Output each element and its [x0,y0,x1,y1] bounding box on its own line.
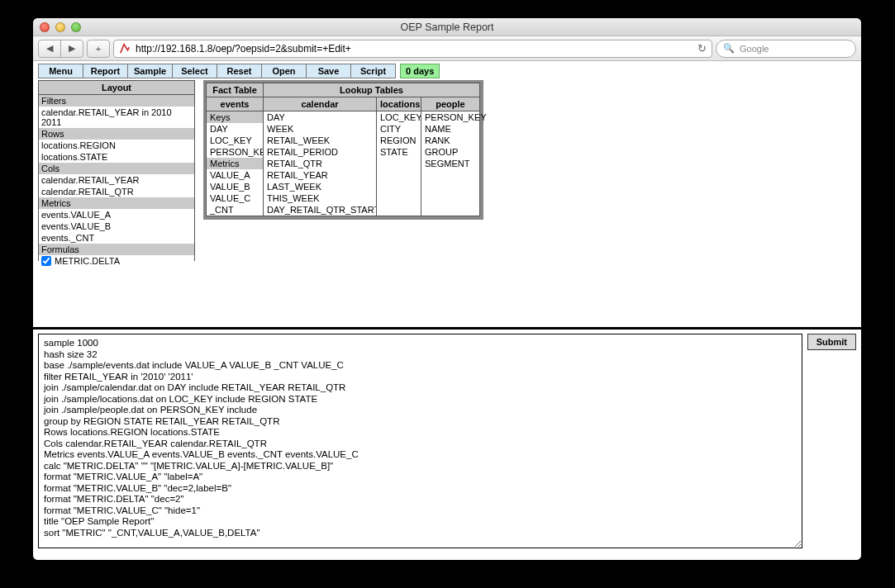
layout-section: Metrics [39,197,194,209]
app-window: OEP Sample Report ◀ ▶ + http://192.168.1… [33,18,861,560]
page-content: MenuReportSampleSelectResetOpenSaveScrip… [33,61,861,560]
layout-panel-header: Layout [39,81,194,95]
table-column: LOC_KEYCITYREGIONSTATE [376,111,421,216]
menu-sample[interactable]: Sample [127,64,173,78]
script-textarea[interactable] [38,334,802,548]
menu-script[interactable]: Script [350,64,396,78]
column-field[interactable]: VALUE_C [207,192,263,204]
column-field[interactable]: RETAIL_WEEK [264,135,376,146]
column-field[interactable]: VALUE_A [207,169,263,181]
layout-item[interactable]: locations.STATE [39,151,194,163]
layout-item[interactable]: locations.REGION [39,140,194,151]
column-field[interactable]: RETAIL_YEAR [264,169,376,181]
window-controls [40,22,81,32]
reload-icon[interactable]: ↻ [697,42,707,55]
column-section: Keys [207,111,263,123]
layout-section: Formulas [39,244,194,255]
column-field[interactable]: PERSON_KEY [421,111,479,123]
column-field[interactable]: THIS_WEEK [264,192,376,204]
menu-save[interactable]: Save [306,64,351,78]
fact-table-header: Fact Table [206,83,264,97]
submit-button[interactable]: Submit [807,334,856,350]
column-section: Metrics [207,158,263,169]
search-placeholder: Google [740,44,769,54]
browser-toolbar: ◀ ▶ + http://192.168.1.8/oep/?oepsid=2&s… [33,36,861,61]
favicon-icon [119,43,131,55]
layout-item[interactable]: calendar.RETAIL_YEAR [39,174,194,186]
column-field[interactable]: LAST_WEEK [264,181,376,192]
layout-item[interactable]: calendar.RETAIL_YEAR in 2010 2011 [39,107,194,128]
layout-panel: Layout Filterscalendar.RETAIL_YEAR in 20… [38,80,195,261]
table-column-header[interactable]: calendar [263,97,377,111]
layout-item[interactable]: calendar.RETAIL_QTR [39,186,194,197]
column-field[interactable]: DAY [207,123,263,135]
table-column: DAYWEEKRETAIL_WEEKRETAIL_PERIODRETAIL_QT… [263,111,377,216]
formula-checkbox[interactable] [41,256,51,266]
column-field[interactable]: PERSON_KEY [207,146,263,158]
column-field[interactable]: RETAIL_PERIOD [264,146,376,158]
column-field[interactable]: DAY_RETAIL_QTR_STARTS [264,204,376,216]
layout-item[interactable]: events._CNT [39,232,194,244]
table-column: PERSON_KEYNAMERANKGROUPSEGMENT [421,111,480,216]
column-field[interactable]: STATE [377,146,421,158]
column-field[interactable]: _CNT [207,204,263,216]
layout-section: Cols [39,163,194,174]
days-badge: 0 days [400,64,440,78]
menu-reset[interactable]: Reset [217,64,262,78]
close-icon[interactable] [40,22,50,32]
horizontal-divider [33,327,861,330]
column-field[interactable]: RANK [421,135,479,146]
column-field[interactable]: REGION [377,135,421,146]
table-column-header[interactable]: people [421,97,480,111]
minimize-icon[interactable] [55,22,65,32]
column-field[interactable]: SEGMENT [421,158,479,169]
column-field[interactable]: WEEK [264,123,376,135]
layout-item[interactable]: METRIC.DELTA [39,255,194,267]
titlebar: OEP Sample Report [33,18,861,36]
column-field[interactable]: LOC_KEY [207,135,263,146]
menu-menu[interactable]: Menu [38,64,83,78]
url-text: http://192.168.1.8/oep/?oepsid=2&submit=… [136,43,693,55]
back-button[interactable]: ◀ [38,40,61,58]
layout-section: Rows [39,128,194,140]
zoom-icon[interactable] [71,22,81,32]
formula-label: METRIC.DELTA [55,256,120,266]
menu-open[interactable]: Open [261,64,307,78]
column-field[interactable]: VALUE_B [207,181,263,192]
layout-item[interactable]: events.VALUE_A [39,209,194,220]
layout-item[interactable]: events.VALUE_B [39,220,194,232]
add-bookmark-button[interactable]: + [87,40,110,58]
table-column: KeysDAYLOC_KEYPERSON_KEYMetricsVALUE_AVA… [206,111,264,216]
table-column-header[interactable]: events [206,97,264,111]
lookup-tables-header: Lookup Tables [263,83,480,97]
column-field[interactable]: GROUP [421,146,479,158]
address-bar[interactable]: http://192.168.1.8/oep/?oepsid=2&submit=… [113,40,712,58]
window-title: OEP Sample Report [33,21,861,33]
column-field[interactable]: LOC_KEY [377,111,421,123]
column-field[interactable]: NAME [421,123,479,135]
forward-button[interactable]: ▶ [60,40,83,58]
tables-panel: Fact Table Lookup Tables eventscalendarl… [203,80,483,220]
layout-section: Filters [39,95,194,107]
menu-report[interactable]: Report [83,64,128,78]
search-icon: 🔍 [723,43,735,54]
table-column-header[interactable]: locations [376,97,421,111]
app-menu: MenuReportSampleSelectResetOpenSaveScrip… [33,61,861,78]
search-field[interactable]: 🔍 Google [716,40,856,58]
menu-select[interactable]: Select [172,64,217,78]
column-field[interactable]: CITY [377,123,421,135]
column-field[interactable]: DAY [264,111,376,123]
column-field[interactable]: RETAIL_QTR [264,158,376,169]
